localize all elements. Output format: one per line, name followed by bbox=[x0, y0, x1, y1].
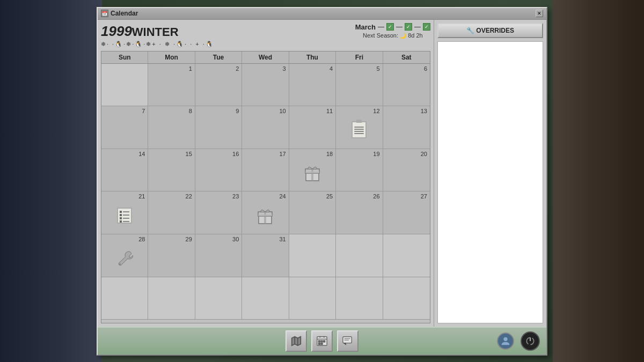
window-content: 1999 WINTER ❄· ·🐧·❄·🐧·❄+ · ❄ ·🐧· · + ·🐧 … bbox=[98, 20, 546, 327]
calendar-cell[interactable] bbox=[242, 277, 289, 320]
cell-day-number: 27 bbox=[421, 193, 427, 200]
cell-day-number: 16 bbox=[232, 151, 239, 157]
check2: ✓ bbox=[405, 23, 412, 31]
calendar-cell[interactable]: 22 bbox=[148, 191, 195, 234]
cell-day-number: 11 bbox=[326, 108, 333, 114]
cell-day-number: 9 bbox=[236, 108, 239, 114]
month-row: March — ✓ — ✓ — ✓ bbox=[355, 23, 430, 31]
gift-icon bbox=[257, 206, 274, 225]
cell-day-number: 31 bbox=[279, 236, 286, 242]
svg-rect-18 bbox=[324, 341, 325, 342]
calendar-cell[interactable]: 29 bbox=[148, 234, 195, 277]
close-button[interactable]: ✕ bbox=[536, 10, 543, 17]
calendar-cell[interactable] bbox=[336, 234, 383, 277]
clipboard-icon bbox=[352, 121, 367, 138]
title-bar-left: 📅 Calendar bbox=[101, 10, 138, 17]
taskbar bbox=[98, 327, 546, 354]
calendar-cell[interactable]: 31 bbox=[242, 234, 289, 277]
calendar-area: 1999 WINTER ❄· ·🐧·❄·🐧·❄+ · ❄ ·🐧· · + ·🐧 … bbox=[98, 20, 434, 327]
calendar-cell[interactable] bbox=[383, 234, 430, 277]
calendar-cell[interactable]: 21 bbox=[101, 191, 148, 234]
dash2: — bbox=[396, 23, 402, 31]
svg-rect-7 bbox=[258, 214, 272, 216]
svg-rect-6 bbox=[264, 212, 266, 224]
user-avatar bbox=[497, 333, 514, 350]
header-sat: Sat bbox=[383, 51, 430, 63]
calendar-cell[interactable]: 12 bbox=[336, 106, 383, 149]
calendar-cell[interactable]: 27 bbox=[383, 191, 430, 234]
penguin-decoration: ❄· ·🐧·❄·🐧·❄+ · ❄ ·🐧· · + ·🐧 bbox=[101, 41, 214, 48]
svg-point-8 bbox=[119, 263, 121, 265]
power-button[interactable] bbox=[521, 331, 540, 351]
calendar-cell[interactable]: 26 bbox=[336, 191, 383, 234]
header-sun: Sun bbox=[101, 51, 148, 63]
check1: ✓ bbox=[386, 23, 394, 31]
calendar-cell[interactable] bbox=[101, 64, 148, 107]
cell-day-number: 23 bbox=[232, 193, 239, 200]
svg-rect-2 bbox=[311, 169, 313, 181]
calendar-cell[interactable]: 9 bbox=[195, 106, 242, 149]
calendar-cell[interactable]: 16 bbox=[195, 149, 242, 192]
calendar-cell[interactable]: 13 bbox=[383, 106, 430, 149]
cell-day-number: 8 bbox=[189, 108, 192, 114]
calendar-cell[interactable]: 30 bbox=[195, 234, 242, 277]
cell-day-number: 18 bbox=[326, 151, 333, 157]
calendar-cell[interactable]: 20 bbox=[383, 149, 430, 192]
window-title: Calendar bbox=[111, 10, 138, 17]
calendar-cell[interactable]: 23 bbox=[195, 191, 242, 234]
year-label: 1999 bbox=[101, 23, 132, 40]
calendar-cell[interactable]: 11 bbox=[289, 106, 336, 149]
cell-day-number: 25 bbox=[326, 193, 333, 200]
calendar-cell[interactable] bbox=[101, 277, 148, 320]
svg-rect-17 bbox=[321, 341, 323, 342]
calendar-cell[interactable]: 24 bbox=[242, 191, 289, 234]
cell-day-number: 28 bbox=[138, 236, 145, 242]
next-season: Next Season: 🌙 8d 2h bbox=[355, 32, 430, 39]
calendar-cell[interactable]: 28 bbox=[101, 234, 148, 277]
cell-day-number: 4 bbox=[330, 65, 333, 72]
calendar-cell[interactable] bbox=[289, 277, 336, 320]
room-left-bg bbox=[0, 0, 102, 362]
dash1: — bbox=[378, 23, 384, 31]
header-thu: Thu bbox=[289, 51, 336, 63]
cell-day-number: 6 bbox=[424, 65, 427, 72]
calendar-cell[interactable]: 7 bbox=[101, 106, 148, 149]
calendar-cell[interactable]: 3 bbox=[242, 64, 289, 107]
calendar-cell[interactable]: 4 bbox=[289, 64, 336, 107]
cell-day-number: 1 bbox=[189, 65, 192, 72]
svg-rect-20 bbox=[321, 343, 323, 344]
cell-day-number: 29 bbox=[186, 236, 192, 242]
calendar-cell[interactable]: 25 bbox=[289, 191, 336, 234]
calendar-cell[interactable]: 2 bbox=[195, 64, 242, 107]
calendar-cell[interactable] bbox=[383, 277, 430, 320]
cell-day-number: 15 bbox=[186, 151, 192, 157]
chat-button[interactable] bbox=[337, 330, 358, 352]
calendar-cell[interactable] bbox=[289, 234, 336, 277]
title-block: 1999 WINTER ❄· ·🐧·❄·🐧·❄+ · ❄ ·🐧· · + ·🐧 bbox=[101, 23, 214, 48]
calendar-cell[interactable]: 10 bbox=[242, 106, 289, 149]
calendar-cell[interactable]: 18 bbox=[289, 149, 336, 192]
cell-day-number: 30 bbox=[232, 236, 239, 242]
wrench-icon bbox=[116, 249, 133, 267]
cell-day-number: 2 bbox=[236, 65, 239, 72]
calendar-cell[interactable]: 17 bbox=[242, 149, 289, 192]
calendar-cell[interactable]: 6 bbox=[383, 64, 430, 107]
calendar-button[interactable] bbox=[311, 330, 333, 352]
calendar-cell[interactable]: 1 bbox=[148, 64, 195, 107]
calendar-cell[interactable]: 14 bbox=[101, 149, 148, 192]
overrides-button[interactable]: 🔧 OVERRIDES bbox=[437, 23, 543, 38]
cell-day-number: 7 bbox=[142, 108, 145, 114]
svg-marker-24 bbox=[344, 343, 346, 344]
calendar-cell[interactable] bbox=[336, 277, 383, 320]
header-mon: Mon bbox=[148, 51, 195, 63]
dash3: — bbox=[414, 23, 421, 31]
calendar-cell[interactable]: 8 bbox=[148, 106, 195, 149]
calendar-cell[interactable] bbox=[195, 277, 242, 320]
calendar-cell[interactable]: 15 bbox=[148, 149, 195, 192]
header-fri: Fri bbox=[336, 51, 383, 63]
calendar-cell[interactable]: 19 bbox=[336, 149, 383, 192]
season-label: WINTER bbox=[132, 25, 179, 39]
calendar-cell[interactable] bbox=[148, 277, 195, 320]
calendar-cell[interactable]: 5 bbox=[336, 64, 383, 107]
map-button[interactable] bbox=[286, 330, 307, 352]
